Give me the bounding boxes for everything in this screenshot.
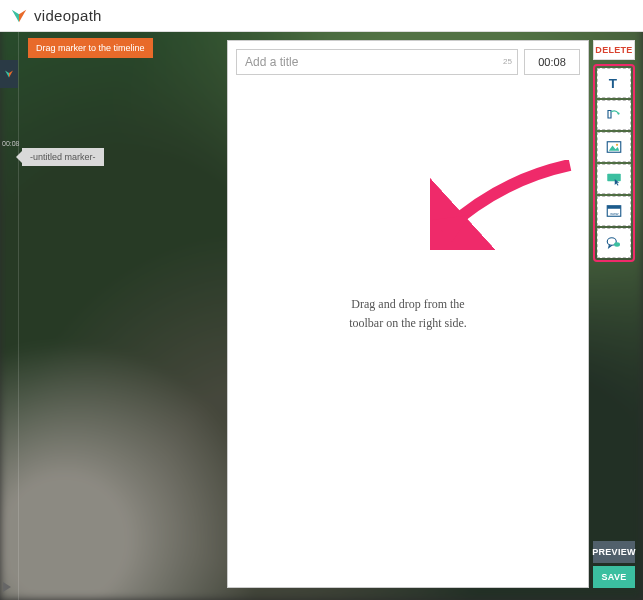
timeline-rule	[18, 32, 19, 600]
right-rail: DELETE T	[593, 40, 635, 588]
logo-icon	[10, 7, 28, 25]
char-count: 25	[503, 49, 512, 75]
svg-marker-2	[5, 71, 9, 78]
title-input[interactable]	[236, 49, 518, 75]
logo-small-icon	[4, 69, 14, 79]
tool-palette: T	[593, 64, 635, 262]
drop-hint-line1: Drag and drop from the	[349, 295, 467, 314]
image-tool[interactable]	[597, 132, 631, 162]
title-field-wrap: 25	[236, 49, 518, 75]
sidebar-toggle[interactable]	[0, 60, 18, 88]
social-tool-icon	[605, 234, 623, 252]
timestamp-field[interactable]: 00:08	[524, 49, 580, 75]
svg-marker-0	[12, 9, 19, 22]
svg-rect-11	[607, 206, 621, 209]
timeline-marker[interactable]: -untitled marker-	[22, 148, 104, 166]
media-tool[interactable]	[597, 100, 631, 130]
svg-point-8	[616, 144, 618, 146]
top-bar: videopath	[0, 0, 643, 32]
svg-text:T: T	[609, 76, 618, 91]
media-tool-icon	[605, 106, 623, 124]
svg-rect-9	[607, 174, 621, 182]
svg-point-5	[617, 112, 619, 114]
delete-button[interactable]: DELETE	[593, 40, 635, 60]
drop-hint: Drag and drop from the toolbar on the ri…	[349, 295, 467, 333]
editor-panel: 25 00:08 Drag and drop from the toolbar …	[227, 40, 589, 588]
svg-marker-1	[19, 9, 26, 22]
timeline-time-label: 00:08	[2, 140, 20, 147]
button-tool[interactable]	[597, 164, 631, 194]
social-tool[interactable]	[597, 228, 631, 258]
image-tool-icon	[605, 138, 623, 156]
button-tool-icon	[605, 170, 623, 188]
svg-point-14	[614, 242, 620, 247]
rail-spacer	[593, 262, 635, 541]
text-tool-icon: T	[605, 74, 623, 92]
svg-marker-7	[609, 146, 620, 151]
preview-button[interactable]: PREVIEW	[593, 541, 635, 563]
app-root: videopath Drag marker to the timeline 00…	[0, 0, 643, 600]
editor-drop-area[interactable]: Drag and drop from the toolbar on the ri…	[228, 81, 588, 587]
save-button[interactable]: SAVE	[593, 566, 635, 588]
drop-hint-line2: toolbar on the right side.	[349, 314, 467, 333]
website-tool-icon: www	[605, 202, 623, 220]
website-tool[interactable]: www	[597, 196, 631, 226]
svg-marker-3	[9, 71, 13, 78]
drag-tip: Drag marker to the timeline	[28, 38, 153, 58]
play-button-icon[interactable]	[3, 582, 11, 592]
text-tool[interactable]: T	[597, 68, 631, 98]
svg-text:www: www	[610, 212, 618, 216]
editor-header: 25 00:08	[228, 41, 588, 81]
logo-text: videopath	[34, 7, 102, 24]
